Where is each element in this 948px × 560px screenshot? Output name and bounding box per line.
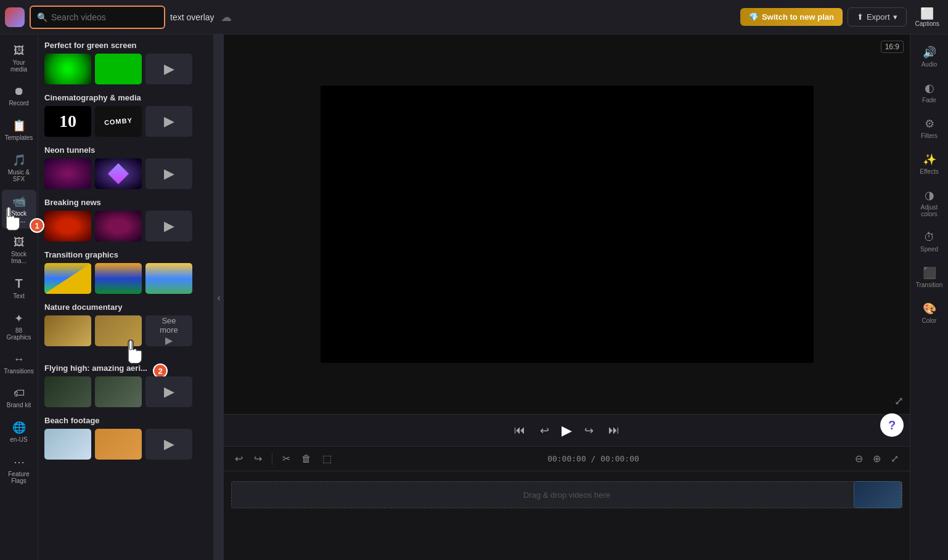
thumb-more-neon[interactable]: ▶	[145, 158, 192, 189]
section-cinematography: Cinematography & media 10 COMBY ▶	[44, 93, 207, 137]
thumb-trans3[interactable]	[145, 263, 192, 294]
search-box[interactable]: 🔍	[30, 6, 165, 29]
sidebar-item-record[interactable]: ⏺ Record	[2, 80, 36, 112]
thumb-neon1[interactable]	[44, 158, 91, 189]
export-button[interactable]: ⬆ Export ▾	[848, 7, 907, 26]
upgrade-button[interactable]: 💎 Switch to new plan	[740, 8, 843, 26]
thumb-more-cinema[interactable]: ▶	[145, 106, 192, 137]
topbar-middle: text overlay ☁	[170, 10, 735, 24]
brand-kit-icon: 🏷	[14, 387, 25, 400]
thumb-countdown[interactable]: 10	[44, 106, 91, 137]
your-media-icon: 🖼	[14, 44, 25, 57]
right-sidebar-item-adjust-colors[interactable]: ◑ Adjust colors	[912, 182, 947, 224]
sidebar-item-stock-images[interactable]: 🖼 Stock Ima...	[2, 231, 36, 269]
sidebar-item-en-us[interactable]: 🌐 en-US	[2, 416, 36, 448]
captions-button[interactable]: ⬜ Captions	[912, 3, 943, 31]
thumb-green2[interactable]	[95, 54, 142, 84]
right-sidebar-item-audio[interactable]: 🔊 Audio	[912, 39, 947, 74]
feature-flags-icon: ⋯	[14, 455, 25, 469]
sidebar-item-transitions[interactable]: ↔ Transitions	[2, 348, 36, 379]
cut-button[interactable]: ✂	[279, 450, 294, 467]
sidebar-item-graphics[interactable]: ✦ 88 Graphics	[2, 307, 36, 346]
text-icon: T	[15, 277, 22, 291]
help-button[interactable]: ?	[880, 413, 904, 437]
video-preview: 16:9 ⤢	[224, 34, 910, 414]
breaking-news-thumbs: ▶	[44, 211, 207, 241]
captions-icon: ⬜	[915, 7, 939, 20]
thumb-more-green[interactable]: ▶	[145, 54, 192, 84]
section-transition-graphics: Transition graphics	[44, 250, 207, 294]
thumb-comby[interactable]: COMBY	[95, 106, 142, 137]
language-icon: 🌐	[12, 421, 26, 434]
thumb-more-beach[interactable]: ▶	[145, 429, 192, 460]
panel-collapse-button[interactable]: ‹	[214, 34, 224, 560]
timeline-toolbar: ↩ ↪ ✂ 🗑 ⬚ 00:00:00 / 00:00:00 ⊖ ⊕ ⤢	[224, 447, 910, 471]
section-neon-tunnels: Neon tunnels ▶	[44, 145, 207, 189]
cursor-badge-1: 1	[38, 218, 44, 233]
section-breaking-news: Breaking news ▶	[44, 198, 207, 241]
thumb-nature2[interactable]	[95, 315, 142, 346]
section-beach-footage: Beach footage ▶	[44, 416, 207, 460]
zoom-out-button[interactable]: ⊖	[851, 450, 867, 467]
search-icon: 🔍	[37, 12, 47, 22]
content-panel: 1 Perfect for green screen ▶ Cinematogra…	[38, 34, 214, 560]
graphics-icon: ✦	[14, 312, 23, 325]
track-row-main: Drag & drop videos here	[231, 476, 902, 513]
fullscreen-button[interactable]: ⤢	[894, 394, 904, 408]
right-sidebar-item-speed[interactable]: ⏱ Speed	[912, 225, 947, 259]
redo-button[interactable]: ↪	[250, 450, 266, 467]
thumb-news2[interactable]	[95, 211, 142, 241]
topbar-right: 💎 Switch to new plan ⬆ Export ▾ ⬜ Captio…	[740, 3, 943, 31]
sidebar-item-your-media[interactable]: 🖼 Your media	[2, 39, 36, 78]
stock-images-icon: 🖼	[14, 236, 25, 249]
thumb-beach1[interactable]	[44, 429, 91, 460]
sidebar-item-templates[interactable]: 📋 Templates	[2, 114, 36, 146]
thumb-nature1[interactable]	[44, 315, 91, 346]
skip-to-start-button[interactable]: ⏮	[512, 421, 528, 439]
skip-to-end-button[interactable]: ⏭	[606, 421, 622, 439]
sidebar-item-text[interactable]: T Text	[2, 272, 36, 304]
thumb-fly2[interactable]	[95, 376, 142, 407]
section-neon-tunnels-title: Neon tunnels	[44, 145, 207, 155]
sidebar-item-feature-flags[interactable]: ⋯ Feature Flags	[2, 450, 36, 489]
right-sidebar-item-transition[interactable]: ⬛ Transition	[912, 260, 947, 294]
fast-forward-button[interactable]: ↪	[582, 421, 596, 440]
right-sidebar-item-effects[interactable]: ✨ Effects	[912, 147, 947, 181]
center-area: 16:9 ⤢ ⏮ ↩ ▶ ↪ ⏭ ↩ ↪ ✂ 🗑 ⬚ 00:00:00 /	[224, 34, 910, 560]
delete-button[interactable]: 🗑	[298, 451, 315, 467]
thumb-neon2[interactable]	[95, 158, 142, 189]
thumb-see-more[interactable]: See more ▶	[145, 315, 192, 346]
thumb-more-news[interactable]: ▶	[145, 211, 192, 241]
nature-documentary-thumbs: See more ▶	[44, 315, 207, 346]
sidebar-item-brand-kit[interactable]: 🏷 Brand kit	[2, 382, 36, 413]
thumb-trans1[interactable]	[44, 263, 91, 294]
fit-button[interactable]: ⤢	[887, 450, 902, 467]
undo-button[interactable]: ↩	[231, 450, 247, 467]
rewind-button[interactable]: ↩	[537, 421, 552, 440]
right-sidebar-item-color[interactable]: 🎨 Color	[912, 296, 947, 330]
thumb-more-fly[interactable]: ▶	[145, 376, 192, 407]
right-sidebar-item-filters[interactable]: ⚙ Filters	[912, 111, 947, 145]
zoom-in-button[interactable]: ⊕	[869, 450, 885, 467]
play-button[interactable]: ▶	[562, 423, 572, 439]
duplicate-button[interactable]: ⬚	[319, 450, 335, 467]
gem-icon: 💎	[749, 12, 759, 22]
thumb-trans2[interactable]	[95, 263, 142, 294]
timeline-tracks: Drag & drop videos here	[224, 471, 910, 560]
thumb-beach2[interactable]	[95, 429, 142, 460]
right-sidebar-item-fade[interactable]: ◐ Fade	[912, 75, 947, 110]
thumb-green1[interactable]	[44, 54, 91, 84]
track-drop-zone[interactable]: Drag & drop videos here	[231, 481, 902, 508]
left-sidebar: 🖼 Your media ⏺ Record 📋 Templates 🎵 Musi…	[0, 34, 38, 560]
green-screen-thumbs: ▶	[44, 54, 207, 84]
sidebar-item-music-sfx[interactable]: 🎵 Music & SFX	[2, 148, 36, 187]
music-icon: 🎵	[12, 153, 26, 167]
search-input[interactable]	[51, 12, 150, 22]
thumb-news1[interactable]	[44, 211, 91, 241]
section-cinematography-title: Cinematography & media	[44, 93, 207, 102]
track-clip[interactable]	[854, 481, 902, 508]
cinematography-thumbs: 10 COMBY ▶	[44, 106, 207, 137]
effects-icon: ✨	[923, 153, 936, 166]
toolbar-divider-1	[272, 453, 272, 465]
thumb-fly1[interactable]	[44, 376, 91, 407]
